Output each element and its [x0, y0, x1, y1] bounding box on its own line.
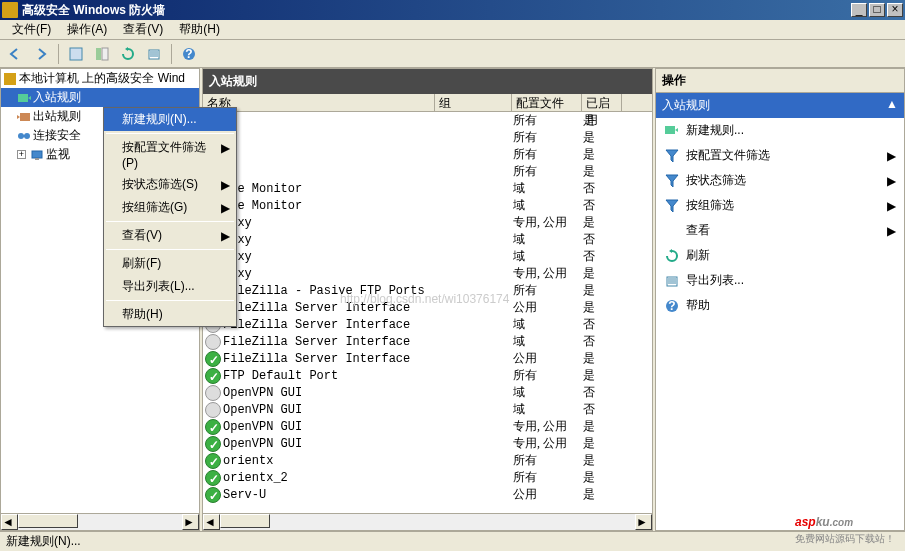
- rule-row[interactable]: FileZilla Server Interface域否: [203, 316, 652, 333]
- action-filter-state[interactable]: 按状态筛选 ▶: [656, 168, 904, 193]
- tree-monitor-label: 监视: [46, 146, 70, 163]
- action-help[interactable]: ? 帮助: [656, 293, 904, 318]
- expand-icon[interactable]: +: [17, 150, 26, 159]
- ctx-new-rule[interactable]: 新建规则(N)...: [104, 108, 236, 131]
- rule-row[interactable]: ✓FTP Default Port所有是: [203, 367, 652, 384]
- maximize-button[interactable]: □: [869, 3, 885, 17]
- col-profile[interactable]: 配置文件: [512, 94, 582, 111]
- scroll-right-button[interactable]: ►: [635, 514, 652, 530]
- scroll-left-button[interactable]: ◄: [1, 514, 18, 530]
- scroll-right-button[interactable]: ►: [182, 514, 199, 530]
- enabled-icon: ✓: [205, 487, 221, 503]
- rule-row[interactable]: roxy域否: [203, 248, 652, 265]
- col-group[interactable]: 组: [435, 94, 512, 111]
- refresh-icon: [664, 248, 680, 264]
- rule-profile: 域: [513, 180, 583, 197]
- rule-enabled: 是: [583, 163, 623, 180]
- tree-root[interactable]: 本地计算机 上的高级安全 Wind: [1, 69, 199, 88]
- minimize-button[interactable]: _: [851, 3, 867, 17]
- show-hide-tree-button[interactable]: [91, 43, 113, 65]
- rule-row[interactable]: roxy域否: [203, 231, 652, 248]
- action-filter-profile[interactable]: 按配置文件筛选 ▶: [656, 143, 904, 168]
- rule-profile: 专用, 公用: [513, 265, 583, 282]
- rule-row[interactable]: ✓orientx所有是: [203, 452, 652, 469]
- submenu-arrow-icon: ▶: [887, 199, 896, 213]
- tree-inbound-rules[interactable]: 入站规则: [1, 88, 199, 107]
- rule-row[interactable]: ✓roxy专用, 公用是: [203, 265, 652, 282]
- scroll-left-button[interactable]: ◄: [203, 514, 220, 530]
- rule-row[interactable]: ✓FileZilla Server Interface公用是: [203, 350, 652, 367]
- rule-name: OpenVPN GUI: [223, 420, 436, 434]
- rule-row[interactable]: OpenVPN GUI域否: [203, 384, 652, 401]
- ctx-view[interactable]: 查看(V)▶: [104, 224, 236, 247]
- menu-view[interactable]: 查看(V): [115, 19, 171, 40]
- separator: [171, 44, 172, 64]
- rule-row[interactable]: ✓所有是: [203, 163, 652, 180]
- rule-enabled: 是: [583, 469, 623, 486]
- scroll-thumb[interactable]: [18, 514, 78, 528]
- rules-list: ✓所有是✓所有是✓所有是✓所有是che Monitor域否che Monitor…: [203, 112, 652, 513]
- rule-name: roxy: [223, 233, 436, 247]
- collapse-icon[interactable]: ▲: [886, 97, 898, 114]
- rule-row[interactable]: ✓FileZilla Server Interface公用是: [203, 299, 652, 316]
- rule-name: che Monitor: [223, 199, 436, 213]
- rule-name: OpenVPN GUI: [223, 386, 436, 400]
- action-refresh[interactable]: 刷新: [656, 243, 904, 268]
- close-button[interactable]: ×: [887, 3, 903, 17]
- ctx-refresh[interactable]: 刷新(F): [104, 252, 236, 275]
- connsec-icon: [17, 129, 31, 143]
- rule-row[interactable]: ✓所有是: [203, 146, 652, 163]
- ctx-filter-profile[interactable]: 按配置文件筛选(P)▶: [104, 136, 236, 173]
- menu-help[interactable]: 帮助(H): [171, 19, 228, 40]
- rule-enabled: 否: [583, 248, 623, 265]
- menu-separator: [106, 133, 234, 134]
- refresh-button[interactable]: [117, 43, 139, 65]
- rule-profile: 专用, 公用: [513, 214, 583, 231]
- back-button[interactable]: [4, 43, 26, 65]
- export-button[interactable]: [143, 43, 165, 65]
- toolbar: ?: [0, 40, 905, 68]
- rule-row[interactable]: ✓所有是: [203, 112, 652, 129]
- action-view[interactable]: 查看 ▶: [656, 218, 904, 243]
- enabled-icon: ✓: [205, 470, 221, 486]
- ctx-filter-state[interactable]: 按状态筛选(S)▶: [104, 173, 236, 196]
- disabled-icon: [205, 334, 221, 350]
- rule-row[interactable]: ✓所有是: [203, 129, 652, 146]
- rule-row[interactable]: OpenVPN GUI域否: [203, 401, 652, 418]
- enabled-icon: ✓: [205, 368, 221, 384]
- action-new-rule[interactable]: 新建规则...: [656, 118, 904, 143]
- tree-root-label: 本地计算机 上的高级安全 Wind: [19, 70, 185, 87]
- tree-scrollbar[interactable]: ◄ ►: [1, 513, 199, 530]
- rule-row[interactable]: ✓roxy专用, 公用是: [203, 214, 652, 231]
- rule-enabled: 是: [583, 282, 623, 299]
- rule-enabled: 否: [583, 316, 623, 333]
- action-export[interactable]: 导出列表...: [656, 268, 904, 293]
- rule-row[interactable]: ✓OpenVPN GUI专用, 公用是: [203, 435, 652, 452]
- rule-row[interactable]: ✓Serv-U公用是: [203, 486, 652, 503]
- menu-action[interactable]: 操作(A): [59, 19, 115, 40]
- tree-outbound-label: 出站规则: [33, 108, 81, 125]
- col-enabled[interactable]: 已启用: [582, 94, 622, 111]
- rule-name: orientx_2: [223, 471, 436, 485]
- col-name[interactable]: 名称: [203, 94, 435, 111]
- rule-row[interactable]: che Monitor域否: [203, 197, 652, 214]
- action-filter-group[interactable]: 按组筛选 ▶: [656, 193, 904, 218]
- center-scrollbar[interactable]: ◄ ►: [203, 513, 652, 530]
- rule-name: OpenVPN GUI: [223, 437, 436, 451]
- rule-row[interactable]: FileZilla Server Interface域否: [203, 333, 652, 350]
- status-bar: 新建规则(N)...: [0, 531, 905, 551]
- rule-row[interactable]: ✓OpenVPN GUI专用, 公用是: [203, 418, 652, 435]
- rule-profile: 域: [513, 384, 583, 401]
- ctx-export[interactable]: 导出列表(L)...: [104, 275, 236, 298]
- scroll-thumb[interactable]: [220, 514, 270, 528]
- ctx-help[interactable]: 帮助(H): [104, 303, 236, 326]
- rule-row[interactable]: ✓orientx_2所有是: [203, 469, 652, 486]
- rule-row[interactable]: che Monitor域否: [203, 180, 652, 197]
- menu-file[interactable]: 文件(F): [4, 19, 59, 40]
- ctx-filter-group[interactable]: 按组筛选(G)▶: [104, 196, 236, 219]
- action-menu-button[interactable]: [65, 43, 87, 65]
- rule-enabled: 是: [583, 486, 623, 503]
- rule-row[interactable]: ✓FileZilla - Pasive FTP Ports所有是: [203, 282, 652, 299]
- help-button[interactable]: ?: [178, 43, 200, 65]
- forward-button[interactable]: [30, 43, 52, 65]
